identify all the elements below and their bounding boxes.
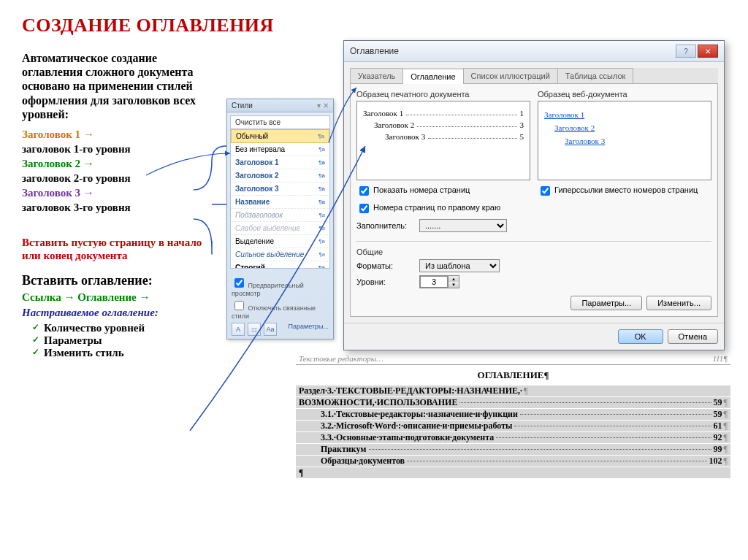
style-item[interactable]: Обычный¶a [231, 129, 329, 143]
dropdown-icon[interactable]: ▾ ✕ [317, 101, 329, 110]
clear-all[interactable]: Очистить все [230, 115, 330, 129]
spin-down-icon[interactable]: ▼ [448, 282, 459, 288]
right-align-check[interactable]: Номера страниц по правому краю [356, 202, 530, 215]
print-preview: Заголовок 11Заголовок 23Заголовок 35 [356, 101, 530, 180]
style-item[interactable]: Сильное выделение¶a [231, 248, 329, 261]
levels-spinner[interactable]: ▲ ▼ [419, 275, 459, 288]
general-label: Общие [356, 248, 711, 256]
levels-input[interactable] [420, 276, 448, 288]
dialog-titlebar[interactable]: Оглавление ? ✕ [344, 41, 724, 62]
spin-up-icon[interactable]: ▲ [448, 276, 459, 282]
heading1-desc: заголовок 1-го уровня [22, 143, 212, 156]
preview-line: Заголовок 23 [363, 120, 524, 129]
cancel-button[interactable]: Отмена [668, 329, 718, 344]
bullet-item: Количество уровней [32, 322, 212, 334]
document-preview: Текстовые редакторы… 111¶ ОГЛАВЛЕНИЕ¶ Ра… [296, 354, 730, 377]
new-style-icon[interactable]: A [232, 323, 245, 336]
heading2-desc: заголовок 2-го уровня [22, 172, 212, 185]
arrow-icon: → [64, 291, 75, 303]
web-link[interactable]: Заголовок 3 [565, 137, 705, 145]
heading3-desc: заголовок 3-го уровня [22, 202, 212, 214]
style-item[interactable]: Строгий¶a [231, 261, 329, 269]
heading1-label: Заголовок 1 → [22, 129, 212, 141]
web-preview: Заголовок 1Заголовок 2Заголовок 3 [538, 101, 711, 180]
help-icon[interactable]: ? [676, 45, 696, 58]
disable-checkbox[interactable]: Отключить связанные стили [232, 299, 329, 320]
toc-dialog: Оглавление ? ✕ УказательОглавлениеСписок… [343, 40, 725, 350]
bullet-item: Параметры [32, 334, 212, 347]
intro-text: Автоматическое создание оглавления сложн… [22, 51, 212, 121]
modify-button[interactable]: Изменить... [646, 296, 711, 310]
style-item[interactable]: Подзаголовок¶a [231, 209, 329, 222]
style-item[interactable]: Заголовок 2¶a [231, 169, 329, 183]
formats-row: Форматы: Из шаблона [356, 259, 711, 272]
params-link[interactable]: Параметры... [289, 323, 329, 336]
inspect-icon[interactable]: Aa [264, 323, 277, 336]
style-item[interactable]: Слабое выделение¶a [231, 222, 329, 235]
web-link[interactable]: Заголовок 2 [554, 123, 705, 132]
doc-header-right: 111¶ [712, 354, 728, 363]
dialog-title: Оглавление [350, 46, 399, 56]
custom-toc: Настраиваемое оглавление: [22, 307, 212, 319]
doc-toc-title: ОГЛАВЛЕНИЕ¶ [296, 369, 730, 377]
bullet-list: Количество уровней Параметры Изменить ст… [22, 322, 212, 359]
close-icon[interactable]: ✕ [698, 45, 718, 58]
style-item[interactable]: Без интервала¶a [231, 143, 329, 156]
preview-checkbox[interactable]: Предварительный просмотр [232, 276, 329, 297]
heading3-label: Заголовок 3 → [22, 187, 212, 199]
preview-line: Заголовок 35 [363, 132, 524, 141]
hyperlinks-check[interactable]: Гиперссылки вместо номеров страниц [538, 184, 711, 198]
dialog-tab[interactable]: Таблица ссылок [557, 68, 634, 83]
panel-title-text: Стили [232, 101, 253, 110]
style-item[interactable]: Заголовок 3¶a [231, 183, 329, 196]
filler-label: Заполнитель: [356, 221, 415, 230]
style-item[interactable]: Заголовок 1¶a [231, 156, 329, 169]
formats-label: Форматы: [356, 261, 415, 270]
dialog-tab[interactable]: Оглавление [402, 69, 463, 84]
bullet-item: Изменить стиль [32, 347, 212, 359]
insert-toc-title: Вставить оглавление: [22, 273, 212, 288]
ok-button[interactable]: OK [618, 329, 663, 344]
slide-title: СОЗДАНИЕ ОГЛАВЛЕНИЯ [22, 15, 726, 37]
levels-row: Уровни: ▲ ▼ [356, 275, 711, 288]
step-line: Ссылка → Оглавление → [22, 291, 212, 304]
styles-panel: Стили ▾ ✕ Очистить все Обычный¶aБез инте… [226, 99, 334, 340]
formats-select[interactable]: Из шаблона [419, 259, 500, 272]
filler-select[interactable]: ....... [419, 219, 507, 232]
styles-list: Обычный¶aБез интервала¶aЗаголовок 1¶aЗаг… [230, 129, 330, 269]
print-preview-label: Образец печатного документа [356, 90, 530, 99]
dialog-tab[interactable]: Список иллюстраций [463, 68, 558, 83]
doc-header-left: Текстовые редакторы… [299, 354, 383, 363]
filler-row: Заполнитель: ....... [356, 219, 530, 232]
panel-footer: Предварительный просмотр Отключить связа… [227, 272, 333, 339]
manage-icon[interactable]: ⚏ [248, 323, 261, 336]
params-button[interactable]: Параметры... [570, 296, 642, 310]
style-item[interactable]: Название¶a [231, 196, 329, 209]
show-pages-check[interactable]: Показать номера страниц [356, 184, 530, 198]
style-item[interactable]: Выделение¶a [231, 235, 329, 248]
web-preview-label: Образец веб-документа [538, 90, 711, 99]
dialog-tab[interactable]: Указатель [350, 68, 403, 83]
left-column: Автоматическое создание оглавления сложн… [22, 51, 212, 362]
step-toc: Оглавление [77, 291, 137, 303]
arrow-icon: → [140, 291, 150, 303]
panel-titlebar[interactable]: Стили ▾ ✕ [227, 99, 333, 112]
web-link[interactable]: Заголовок 1 [544, 110, 705, 119]
heading2-label: Заголовок 2 → [22, 158, 212, 170]
insert-note: Вставить пустую страницу в начало или ко… [22, 236, 212, 262]
step-link: Ссылка [22, 291, 61, 303]
dialog-tabs: УказательОглавлениеСписок иллюстрацийТаб… [350, 68, 718, 84]
preview-line: Заголовок 11 [363, 109, 524, 118]
levels-label: Уровни: [356, 277, 415, 286]
